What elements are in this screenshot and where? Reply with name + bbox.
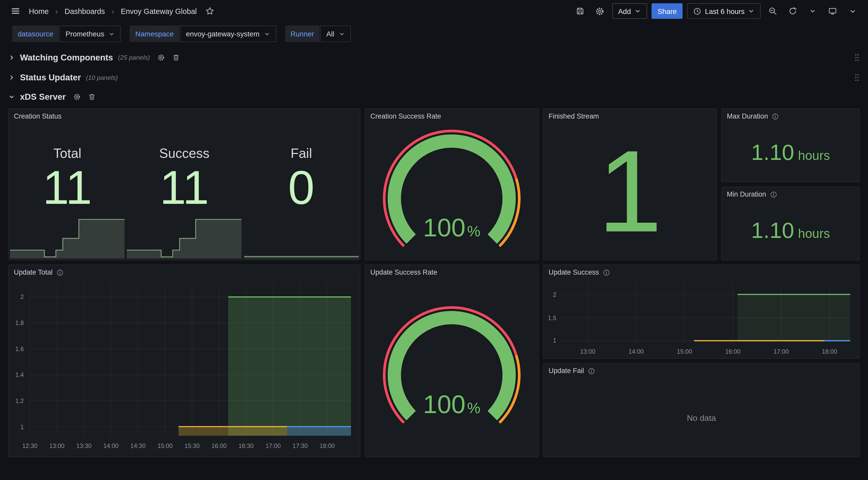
gauge[interactable]: 100% [365, 279, 538, 457]
panel-info-button[interactable] [588, 367, 595, 374]
row-watching-components[interactable]: Watching Components (25 panels) [8, 50, 860, 65]
panel-title: Update Success [549, 268, 599, 276]
row-settings-button[interactable] [157, 54, 165, 61]
chevron-right-icon [8, 54, 15, 61]
panel-header[interactable]: Update Total [9, 265, 360, 279]
variable-namespace-value[interactable]: envoy-gateway-system [180, 26, 276, 42]
panel-header[interactable]: Update Success [544, 265, 859, 279]
duration-unit: hours [798, 148, 830, 163]
menu-toggle-button[interactable] [8, 3, 23, 19]
stat-fail[interactable]: Fail 0 [243, 123, 360, 260]
x-axis-tick: 15:00 [671, 348, 698, 355]
toolbar-collapse-button[interactable] [845, 3, 860, 19]
x-axis-tick: 15:00 [151, 442, 179, 449]
favorite-star-button[interactable] [202, 3, 218, 19]
breadcrumb-home[interactable]: Home [29, 7, 49, 15]
duration-number: 1.10 [751, 218, 794, 243]
update-total-chart[interactable]: 11.21.41.61.8212:3013:0013:3014:0014:301… [9, 279, 360, 457]
panel-title: Finished Stream [549, 112, 599, 120]
total-sparkline [10, 216, 125, 259]
clock-icon [693, 7, 702, 15]
panel-header[interactable]: Finished Stream [544, 109, 716, 123]
stat-total[interactable]: Total 11 [9, 123, 126, 260]
variable-runner-value[interactable]: All [320, 26, 351, 42]
x-axis-tick: 16:30 [232, 442, 260, 449]
gauge-number: 100 [423, 213, 465, 242]
variable-namespace-selected: envoy-gateway-system [186, 30, 259, 38]
info-icon [57, 269, 64, 276]
add-button-label: Add [618, 7, 631, 15]
panel-info-button[interactable] [603, 269, 610, 276]
variable-namespace-label[interactable]: Namespace [130, 26, 179, 42]
gear-icon [73, 93, 81, 101]
share-button[interactable]: Share [652, 3, 683, 19]
drag-dots-icon [854, 73, 860, 82]
row-delete-button[interactable] [88, 93, 96, 101]
breadcrumb-dashboard-title[interactable]: Envoy Gateway Global [121, 7, 196, 15]
refresh-button[interactable] [785, 3, 801, 19]
variable-namespace: Namespace envoy-gateway-system [130, 26, 276, 42]
top-nav: Home › Dashboards › Envoy Gateway Global… [0, 0, 868, 22]
finished-stream-value: 1 [544, 123, 716, 260]
stat-label: Fail [243, 146, 360, 161]
x-axis-tick: 17:00 [259, 442, 287, 449]
grafana-dashboard: Home › Dashboards › Envoy Gateway Global… [0, 0, 868, 480]
breadcrumb-dashboards[interactable]: Dashboards [65, 7, 105, 15]
variable-runner-label[interactable]: Runner [285, 26, 319, 42]
variable-datasource-label[interactable]: datasource [12, 26, 59, 42]
row-settings-button[interactable] [73, 93, 81, 101]
refresh-icon [788, 7, 797, 16]
panel-header[interactable]: Creation Success Rate [365, 109, 538, 123]
panel-title: Creation Status [14, 112, 62, 120]
panel-header[interactable]: Creation Status [9, 109, 360, 123]
panel-max-duration: Max Duration 1.10 hours [721, 109, 860, 182]
row-delete-button[interactable] [172, 54, 180, 61]
breadcrumb-separator: › [110, 7, 115, 16]
y-axis-tick: 2 [544, 291, 556, 298]
gauge-value: 100% [372, 213, 531, 243]
row-xds-server[interactable]: xDS Server [8, 89, 860, 104]
panel-update-total: Update Total 11.21.41.61.8212:3013:0013:… [8, 265, 361, 457]
dashboard-settings-button[interactable] [592, 3, 608, 19]
update-success-chart[interactable]: 11.5213:0014:0015:0016:0017:0018:00 [544, 279, 859, 358]
row-title: Watching Components [20, 53, 113, 63]
panel-header[interactable]: Update Success Rate [365, 265, 538, 279]
success-sparkline [127, 216, 242, 259]
panel-title: Update Total [14, 268, 53, 276]
y-axis-tick: 2 [9, 294, 24, 300]
gear-icon [595, 6, 604, 16]
panel-header[interactable]: Max Duration [722, 109, 859, 123]
row-drag-handle[interactable] [854, 53, 860, 62]
panel-update-fail: Update Fail No data [543, 363, 860, 457]
zoom-out-time-button[interactable] [765, 3, 780, 19]
max-duration-value: 1.10 hours [722, 123, 859, 182]
time-range-picker[interactable]: Last 6 hours [687, 3, 761, 19]
y-axis-tick: 1 [544, 337, 556, 344]
x-axis-tick: 14:00 [97, 442, 125, 449]
gauge[interactable]: 100% [365, 123, 538, 260]
save-dashboard-button[interactable] [572, 3, 588, 19]
refresh-interval-dropdown[interactable] [805, 3, 820, 19]
x-axis-tick: 17:30 [286, 442, 314, 449]
x-axis-tick: 12:30 [16, 442, 44, 449]
panel-header[interactable]: Update Fail [544, 364, 859, 378]
variable-datasource: datasource Prometheus [12, 26, 121, 42]
tv-mode-button[interactable] [825, 3, 840, 19]
row-panel-count: (10 panels) [86, 74, 118, 81]
row-title: Status Updater [20, 72, 81, 83]
monitor-icon [828, 7, 837, 16]
panel-info-button[interactable] [57, 269, 64, 276]
stat-success[interactable]: Success 11 [126, 123, 243, 260]
chevron-down-icon [109, 31, 115, 37]
zoom-out-icon [768, 7, 777, 16]
panel-info-button[interactable] [770, 191, 777, 198]
time-range-label: Last 6 hours [705, 7, 745, 15]
row-drag-handle[interactable] [854, 73, 860, 82]
row-status-updater[interactable]: Status Updater (10 panels) [8, 70, 860, 85]
panel-info-button[interactable] [772, 113, 779, 120]
panel-header[interactable]: Min Duration [722, 187, 859, 202]
add-button[interactable]: Add [612, 3, 647, 19]
x-axis-tick: 13:00 [574, 348, 602, 355]
x-axis-tick: 18:00 [815, 348, 843, 355]
variable-datasource-value[interactable]: Prometheus [59, 26, 121, 42]
